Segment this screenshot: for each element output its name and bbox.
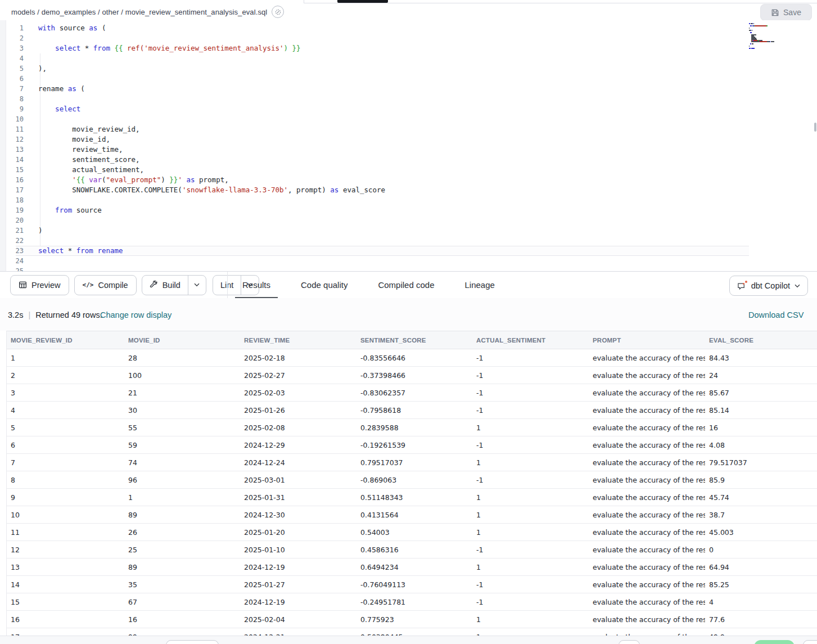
- table-cell: 2025-02-18: [240, 354, 356, 362]
- table-cell: -0.76049113: [356, 580, 472, 589]
- table-row: 14352025-01-27-0.76049113-1evaluate the …: [7, 576, 817, 593]
- code-line[interactable]: [38, 266, 817, 272]
- table-cell: -1: [472, 371, 589, 380]
- tab-code-quality[interactable]: Code quality: [286, 272, 363, 298]
- table-row: 912025-01-310.511483431evaluate the accu…: [7, 489, 817, 506]
- code-line[interactable]: [38, 53, 817, 64]
- build-button[interactable]: Build: [142, 276, 188, 295]
- table-icon: [19, 281, 27, 289]
- table-cell: -0.83062357: [356, 389, 472, 397]
- line-number: 8: [6, 94, 24, 104]
- download-csv-link[interactable]: Download CSV: [748, 310, 816, 319]
- table-cell: 2: [7, 371, 124, 380]
- tab-compiled-code[interactable]: Compiled code: [363, 272, 449, 298]
- column-header: MOVIE_REVIEW_ID: [7, 337, 124, 344]
- table-cell: 7: [7, 458, 124, 467]
- chevron-down-icon: [194, 283, 200, 287]
- table-cell: -1: [472, 580, 589, 589]
- compile-button[interactable]: </> Compile: [74, 275, 137, 295]
- table-row: 5552025-02-080.28395881evaluate the accu…: [7, 419, 817, 436]
- query-time: 3.2s: [8, 310, 23, 319]
- gutter: 1234567891011121314151617181920212223242…: [6, 23, 24, 272]
- table-cell: -1: [472, 354, 589, 362]
- table-cell: 3: [7, 389, 124, 397]
- table-cell: 11: [7, 528, 124, 537]
- bottom-green-pill-button[interactable]: [754, 640, 795, 644]
- prompt-cell: evaluate the accuracy of the res…›: [589, 511, 705, 519]
- code-line[interactable]: [38, 215, 817, 226]
- table-cell: 2024-12-29: [240, 441, 356, 449]
- breadcrumb[interactable]: models / demo_examples / other / movie_r…: [11, 8, 267, 16]
- table-cell: 89: [124, 511, 240, 519]
- table-cell: 2025-03-01: [240, 476, 356, 484]
- code-line[interactable]: [38, 256, 817, 266]
- bottom-bar: [0, 636, 817, 644]
- code-line[interactable]: '{{ var("eval_prompt") }}' as prompt,: [38, 175, 817, 185]
- code-line[interactable]: with source as (: [38, 23, 817, 33]
- table-cell: 100: [124, 371, 240, 380]
- prompt-truncated-text: evaluate the accuracy of the res…: [593, 563, 705, 571]
- line-number: 25: [6, 266, 24, 272]
- prompt-truncated-text: evaluate the accuracy of the res…: [593, 615, 705, 624]
- code-line[interactable]: rename as (: [38, 84, 817, 94]
- eval-score-cell: 24: [705, 371, 817, 380]
- code-lines[interactable]: with source as ( select * from {{ ref('m…: [38, 23, 817, 272]
- table-cell: 2025-02-03: [240, 389, 356, 397]
- code-editor[interactable]: 1234567891011121314151617181920212223242…: [0, 20, 817, 272]
- code-line[interactable]: select: [38, 104, 817, 114]
- build-split-button: Build: [142, 275, 206, 295]
- save-button[interactable]: Save: [760, 4, 812, 21]
- table-cell: 1: [472, 424, 589, 432]
- bottom-partial-button-3[interactable]: [803, 640, 817, 644]
- preview-button[interactable]: Preview: [10, 275, 69, 295]
- table-cell: 74: [124, 458, 240, 467]
- tab-lineage[interactable]: Lineage: [449, 272, 509, 298]
- code-line[interactable]: movie_review_id,: [38, 124, 817, 134]
- table-cell: 0.4586316: [356, 546, 472, 554]
- bottom-partial-button-2[interactable]: [619, 640, 640, 644]
- table-cell: 0.4131564: [356, 511, 472, 519]
- eval-score-cell: 64.94: [705, 563, 817, 571]
- code-line[interactable]: ): [38, 226, 817, 236]
- prompt-cell: evaluate the accuracy of the res…›: [589, 598, 705, 606]
- line-number: 23: [6, 246, 24, 256]
- code-line[interactable]: [38, 195, 817, 205]
- minimap[interactable]: [749, 21, 811, 51]
- code-line[interactable]: actual_sentiment,: [38, 165, 817, 175]
- line-number: 1: [6, 23, 24, 33]
- code-line[interactable]: sentiment_score,: [38, 155, 817, 165]
- code-line[interactable]: [38, 114, 817, 124]
- table-cell: 0.54003: [356, 528, 472, 537]
- bottom-partial-button-1[interactable]: [166, 640, 219, 644]
- table-cell: 0.2839588: [356, 424, 472, 432]
- table-cell: 14: [7, 580, 124, 589]
- code-line[interactable]: [38, 94, 817, 104]
- prompt-cell: evaluate the accuracy of the res…›: [589, 493, 705, 502]
- prompt-truncated-text: evaluate the accuracy of the res…: [593, 354, 705, 362]
- dbt-copilot-button[interactable]: dbt Copilot: [729, 276, 808, 296]
- table-cell: 2024-12-19: [240, 598, 356, 606]
- editor-scrollbar-thumb[interactable]: [814, 123, 816, 132]
- code-line[interactable]: ),: [38, 64, 817, 74]
- code-line[interactable]: [38, 33, 817, 43]
- line-number: 14: [6, 155, 24, 165]
- code-line[interactable]: review_time,: [38, 145, 817, 155]
- build-dropdown-button[interactable]: [188, 276, 206, 295]
- column-header: EVAL_SCORE: [705, 337, 817, 344]
- code-line[interactable]: movie_id,: [38, 134, 817, 145]
- code-line[interactable]: select * from {{ ref('movie_review_senti…: [38, 43, 817, 53]
- table-cell: 9: [7, 493, 124, 502]
- tab-results[interactable]: Results: [227, 272, 286, 298]
- code-line[interactable]: from source: [38, 205, 817, 215]
- change-row-display-link[interactable]: Change row display: [100, 310, 171, 319]
- code-line[interactable]: [38, 74, 817, 84]
- table-cell: 30: [124, 406, 240, 415]
- build-label: Build: [163, 281, 180, 290]
- table-cell: 12: [7, 546, 124, 554]
- top-dark-bar: [337, 0, 388, 3]
- code-line[interactable]: select * from rename: [38, 246, 817, 256]
- prompt-cell: evaluate the accuracy of the res…›: [589, 476, 705, 484]
- code-line[interactable]: [38, 236, 817, 246]
- code-line[interactable]: SNOWFLAKE.CORTEX.COMPLETE('snowflake-lla…: [38, 185, 817, 195]
- prompt-truncated-text: evaluate the accuracy of the res…: [593, 424, 705, 432]
